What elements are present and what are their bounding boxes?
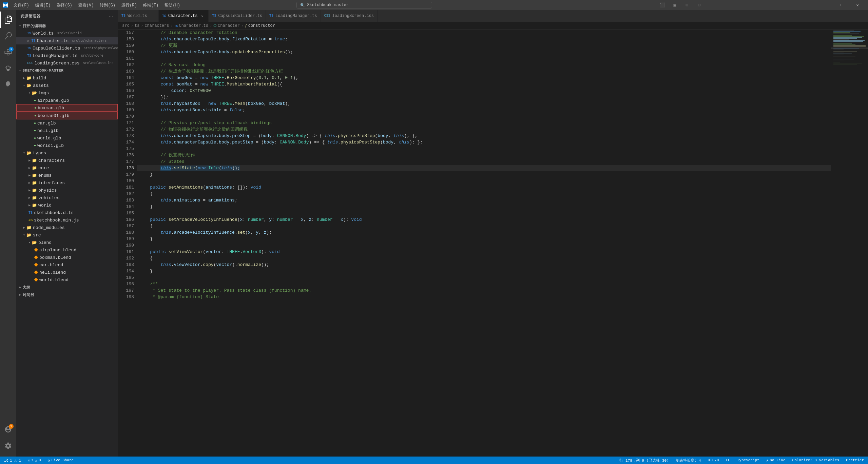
ln-196: 196: [118, 281, 134, 287]
timeline-section[interactable]: ▶ 时间线: [16, 291, 118, 298]
breadcrumb-characters[interactable]: characters: [144, 23, 169, 28]
folder-node-modules[interactable]: ▶ 📁 node_modules: [16, 224, 118, 231]
close-icon[interactable]: ✕: [27, 39, 30, 43]
layout-toggle[interactable]: ▣: [669, 1, 680, 9]
menu-goto[interactable]: 转到(G): [97, 2, 118, 9]
svg-rect-12: [833, 43, 852, 44]
tab-character[interactable]: TS Character.ts ✕: [159, 10, 209, 22]
tab-world[interactable]: TS World.ts: [118, 10, 159, 22]
file-heli-blend[interactable]: 🔶 heli.blend: [16, 269, 118, 276]
status-golive[interactable]: ⚡ Go Live: [765, 458, 787, 463]
project-section[interactable]: ▾ SKETCHBOOK-MASTER: [16, 67, 118, 74]
open-editors-section[interactable]: ▾ 打开的编辑器: [16, 22, 118, 30]
file-car-blend[interactable]: 🔶 car.blend: [16, 261, 118, 269]
status-position[interactable]: 行 178，列 9 (已选择 30): [618, 458, 670, 463]
folder-interfaces[interactable]: ▶ 📁 interfaces: [16, 179, 118, 187]
code-area[interactable]: // Disable character rotation this.chara…: [137, 30, 831, 457]
maximize-button[interactable]: □: [834, 0, 850, 10]
menu-view[interactable]: 查看(V): [76, 2, 97, 9]
tab-capsule[interactable]: TS CapsuleCollider.ts: [209, 10, 266, 22]
panel-toggle[interactable]: ⬛: [657, 1, 668, 9]
outline-section[interactable]: ▶ 大纲: [16, 284, 118, 291]
folder-build[interactable]: ▶ 📁 build: [16, 74, 118, 82]
file-sketchbook-js[interactable]: JS sketchbook.min.js: [16, 216, 118, 224]
open-file-css[interactable]: CSS loadingScreen.css src\css\modules: [16, 59, 118, 67]
editor[interactable]: 157 158 159 160 161 162 163 164 165 166 …: [118, 30, 868, 457]
ln-187: 187: [118, 223, 134, 229]
breadcrumb-file[interactable]: TSCharacter.ts: [174, 23, 208, 28]
folder-types[interactable]: ▾ 📂 types: [16, 149, 118, 157]
status-liveshare[interactable]: ♻ Live Share: [46, 458, 75, 463]
folder-imgs[interactable]: ▾ 📂 imgs: [16, 89, 118, 97]
status-encoding[interactable]: UTF-8: [706, 458, 720, 462]
activity-search[interactable]: [0, 28, 16, 44]
tab-css[interactable]: CSS loadingScreen.css: [321, 10, 378, 22]
folder-enums[interactable]: ▶ 📁 enums: [16, 172, 118, 179]
file-world-blend[interactable]: 🔶 world.blend: [16, 276, 118, 284]
tab-character-close[interactable]: ✕: [199, 13, 205, 19]
menu-select[interactable]: 选择(S): [54, 2, 75, 9]
folder-assets[interactable]: ▾ 📂 assets: [16, 82, 118, 89]
status-colorize[interactable]: Colorize: 3 variables: [791, 458, 841, 462]
open-file-world[interactable]: TS World.ts src\ts\world: [16, 30, 118, 37]
status-prettier[interactable]: Prettier: [845, 458, 865, 462]
activity-settings[interactable]: [0, 438, 16, 454]
breadcrumb-class[interactable]: ⬡Character: [213, 23, 240, 28]
breadcrumb-ts[interactable]: ts: [135, 23, 139, 28]
activity-extensions[interactable]: [0, 77, 16, 93]
status-indent[interactable]: 制表符长度: 4: [674, 458, 702, 463]
menu-edit[interactable]: 编辑(E): [33, 2, 54, 9]
menu-terminal[interactable]: 终端(T): [140, 2, 161, 9]
folder-vehicles[interactable]: ▶ 📁 vehicles: [16, 194, 118, 201]
breadcrumb-constructor[interactable]: ƒconstructor: [245, 23, 275, 28]
split-editor[interactable]: ⊞: [681, 1, 692, 9]
open-file-character[interactable]: ✕ TS Character.ts src\ts\characters: [16, 37, 118, 44]
folder-characters[interactable]: ▶ 📁 characters: [16, 157, 118, 164]
file-car-glb[interactable]: ● car.glb: [16, 119, 118, 127]
folder-src[interactable]: ▾ 📂 src: [16, 231, 118, 239]
more-layout[interactable]: ⊟: [694, 1, 705, 9]
activity-debug[interactable]: [0, 60, 16, 77]
file-boxman01-glb[interactable]: ● boxman01.glb: [16, 112, 118, 119]
folder-world-types[interactable]: ▶ 📁 world: [16, 201, 118, 209]
minimize-button[interactable]: ─: [818, 0, 834, 10]
menu-file[interactable]: 文件(F): [11, 2, 32, 9]
glb-icon-heli: ●: [34, 129, 36, 133]
file-boxman-glb[interactable]: ● boxman.glb: [16, 104, 118, 112]
menu-help[interactable]: 帮助(H): [162, 2, 183, 9]
activity-git[interactable]: 1: [0, 44, 16, 60]
status-line-ending[interactable]: LF: [725, 458, 732, 462]
file-world1-glb[interactable]: ● world1.glb: [16, 142, 118, 149]
status-git[interactable]: ⎇ 1 △ 1: [3, 458, 22, 463]
ln-176: 176: [118, 152, 134, 158]
status-language[interactable]: TypeScript: [736, 458, 761, 462]
folder-blend[interactable]: ▾ 📂 blend: [16, 239, 118, 246]
status-errors[interactable]: ✕ 1 ⚠ 0: [26, 458, 42, 463]
file-world-glb[interactable]: ● world.glb: [16, 134, 118, 142]
svg-rect-29: [833, 64, 857, 64]
close-button[interactable]: ✕: [850, 0, 865, 10]
svg-rect-28: [833, 63, 862, 63]
menu-run[interactable]: 运行(R): [119, 2, 140, 9]
titlebar: 文件(F) 编辑(E) 选择(S) 查看(V) 转到(G) 运行(R) 终端(T…: [0, 0, 868, 10]
file-sketchbook-dts[interactable]: TS sketchbook.d.ts: [16, 209, 118, 216]
file-heli-glb[interactable]: ● heli.glb: [16, 127, 118, 134]
file-airplane-glb[interactable]: ● airplane.glb: [16, 97, 118, 104]
breadcrumb-src[interactable]: src: [122, 23, 130, 28]
sidebar-more-button[interactable]: ···: [108, 13, 114, 20]
status-git-branch: 1 △ 1: [10, 458, 21, 463]
open-file-loading[interactable]: TS LoadingManager.ts src\ts\core: [16, 52, 118, 59]
activity-explorer[interactable]: [0, 12, 16, 28]
line-numbers: 157 158 159 160 161 162 163 164 165 166 …: [118, 30, 137, 457]
folder-core[interactable]: ▶ 📁 core: [16, 164, 118, 172]
open-file-capsule[interactable]: TS CapsuleCollider.ts src\ts\physics\col…: [16, 44, 118, 52]
search-bar[interactable]: 🔍 Sketchbook-master: [296, 2, 432, 8]
file-airplane-blend[interactable]: 🔶 airplane.blend: [16, 246, 118, 254]
ts-file-icon-4: TS: [27, 54, 31, 58]
activity-account[interactable]: 1: [0, 421, 16, 438]
folder-physics[interactable]: ▶ 📁 physics: [16, 187, 118, 194]
file-boxman-blend[interactable]: 🔶 boxman.blend: [16, 254, 118, 261]
tab-loading[interactable]: TS LoadingManager.ts: [266, 10, 321, 22]
file-sketchbook-js-name: sketchbook.min.js: [34, 218, 79, 223]
folder-physics-icon: 📁: [32, 188, 37, 193]
